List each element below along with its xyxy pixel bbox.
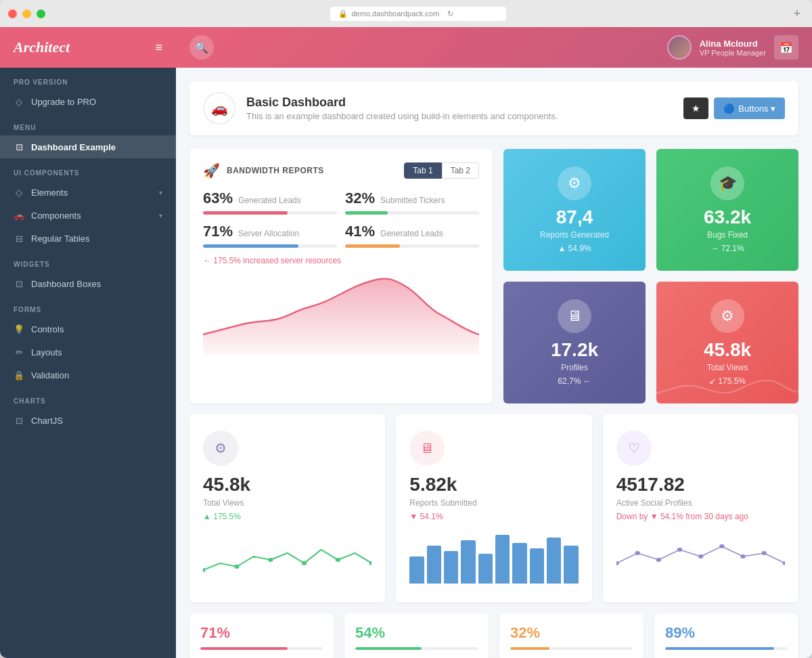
sparkline-purple (616, 529, 785, 584)
user-name: Alina Mclourd (700, 39, 766, 49)
views-value: 45.8k (704, 340, 751, 361)
upgrade-label: Upgrade to PRO (31, 97, 96, 107)
sidebar: Architect ≡ PRO VERSION ◇ Upgrade to PRO… (0, 27, 176, 658)
section-ui: UI COMPONENTS (0, 158, 176, 181)
sparkline-green (203, 529, 371, 584)
close-dot[interactable] (8, 9, 17, 18)
controls-label: Controls (31, 324, 64, 334)
sidebar-item-controls[interactable]: 💡 Controls (0, 317, 176, 341)
alert-text: ← 175.5% increased server resources (203, 256, 479, 265)
bar-1 (409, 556, 424, 584)
titlebar: 🔒 demo.dashboardpack.com ↻ + (0, 0, 812, 27)
card-social-value: 4517.82 (616, 474, 785, 496)
minimize-dot[interactable] (22, 9, 31, 18)
url-text: demo.dashboardpack.com (352, 9, 440, 18)
svg-point-2 (268, 558, 273, 562)
bar-7 (512, 543, 526, 584)
wave-chart (656, 370, 798, 403)
profiles-label: Profiles (561, 363, 588, 372)
bottom-cards-grid: ⚙ 45.8k Total Views ▲ 175.5% (189, 414, 798, 602)
stat-boxes-col2: 🎓 63.2k Bugs Fixed → 72.1% ⚙ 45.8k Total… (656, 149, 798, 403)
stat-server-allocation: 71% Server Allocation (203, 223, 337, 248)
sidebar-item-validation[interactable]: 🔒 Validation (0, 364, 176, 387)
tab-2-button[interactable]: Tab 2 (442, 162, 479, 179)
svg-point-11 (719, 544, 724, 548)
url-bar-container: 🔒 demo.dashboardpack.com ↻ (51, 7, 785, 21)
svg-point-13 (761, 551, 766, 555)
card-views-label: Total Views (203, 498, 371, 508)
bugs-label: Bugs Fixed (707, 230, 748, 240)
stats-row-1: 63% Generated Leads 32% Submi (203, 190, 479, 215)
bar-bg-4 (665, 647, 788, 650)
stat-pct-1: 63% (203, 190, 233, 207)
buttons-dropdown[interactable]: 🔵 Buttons ▾ (714, 97, 785, 119)
stat-submitted-tickers: 32% Submitted Tickers (345, 190, 479, 215)
tables-icon: ⊟ (14, 233, 24, 244)
sidebar-item-components[interactable]: 🚗 Components ▾ (0, 204, 176, 227)
reports-label: Reports Generated (540, 230, 609, 240)
progress-bar-3 (203, 244, 337, 248)
stat-boxes-col1: ⚙ 87,4 Reports Generated ▲ 54.9% 🖥 17.2k… (503, 149, 646, 403)
stat-label-1: Generated Leads (238, 196, 301, 205)
page-icon: 🚗 (203, 92, 235, 125)
sidebar-item-dashboard-boxes[interactable]: ⊡ Dashboard Boxes (0, 272, 176, 295)
card-reports-label: Reports Submitted (409, 498, 578, 508)
components-label: Components (31, 211, 81, 221)
sidebar-item-elements[interactable]: ◇ Elements ▾ (0, 181, 176, 204)
validation-icon: 🔒 (14, 370, 24, 380)
section-charts: CHARTS (0, 387, 176, 409)
stat-generated-leads: 63% Generated Leads (203, 190, 337, 215)
layouts-icon: ✏ (14, 347, 24, 357)
card-reports-value: 5.82k (409, 474, 578, 496)
star-button[interactable]: ★ (683, 97, 708, 119)
progress-card-2: 54% (344, 613, 489, 658)
bar-9 (547, 538, 561, 584)
progress-fill-3 (203, 244, 298, 248)
chartjs-label: ChartJS (31, 416, 63, 426)
new-tab-button[interactable]: + (790, 7, 804, 20)
layouts-label: Layouts (31, 347, 62, 357)
sidebar-header: Architect ≡ (0, 27, 176, 68)
progress-card-3: 32% (499, 613, 644, 658)
stats-row-2: 71% Server Allocation 41% Gen (203, 223, 479, 248)
search-button[interactable]: 🔍 (189, 35, 214, 60)
bar-2 (427, 546, 441, 584)
card-reports-change: ▼ 54.1% (409, 512, 578, 521)
sidebar-item-upgrade[interactable]: ◇ Upgrade to PRO (0, 90, 176, 113)
sidebar-item-dashboard[interactable]: ⊡ Dashboard Example (0, 135, 176, 158)
topnav: 🔍 Alina Mclourd VP People Manager 📅 (176, 27, 812, 68)
maximize-dot[interactable] (37, 9, 45, 18)
card-social-change: Down by ▼ 54.1% from 30 days ago (616, 512, 785, 521)
sidebar-item-chartjs[interactable]: ⊡ ChartJS (0, 409, 176, 432)
card-views-change: ▲ 175.5% (203, 512, 371, 521)
profiles-change: 62,7% ← (558, 376, 591, 386)
boxes-label: Dashboard Boxes (31, 279, 101, 289)
section-widgets: WIDGETS (0, 250, 176, 272)
section-forms: FORMS (0, 295, 176, 317)
bar-bg-2 (355, 647, 478, 650)
calendar-button[interactable]: 📅 (774, 35, 798, 60)
profiles-icon: 🖥 (558, 299, 591, 333)
bandwidth-tabs: Tab 1 Tab 2 (404, 162, 479, 179)
profiles-value: 17.2k (551, 340, 598, 361)
bar-8 (530, 548, 544, 584)
progress-card-4: 89% (654, 613, 798, 658)
area-chart (203, 273, 479, 355)
app-layout: Architect ≡ PRO VERSION ◇ Upgrade to PRO… (0, 27, 812, 658)
stat-pct-3: 71% (203, 223, 233, 240)
url-bar[interactable]: 🔒 demo.dashboardpack.com ↻ (330, 7, 506, 21)
dashboard-icon: ⊡ (14, 141, 24, 152)
diamond-icon: ◇ (14, 96, 24, 107)
bar-fill-1 (200, 647, 288, 650)
tab-1-button[interactable]: Tab 1 (404, 162, 441, 179)
svg-point-7 (635, 551, 639, 555)
rocket-icon: 🚀 (203, 162, 220, 179)
hamburger-button[interactable]: ≡ (155, 41, 162, 55)
chevron-icon: ▾ (159, 189, 162, 196)
section-menu: MENU (0, 113, 176, 135)
sidebar-item-tables[interactable]: ⊟ Regular Tables (0, 227, 176, 250)
sidebar-item-layouts[interactable]: ✏ Layouts (0, 341, 176, 364)
progress-fill-4 (345, 244, 400, 248)
bar-fill-2 (355, 647, 422, 650)
svg-point-12 (740, 554, 745, 558)
